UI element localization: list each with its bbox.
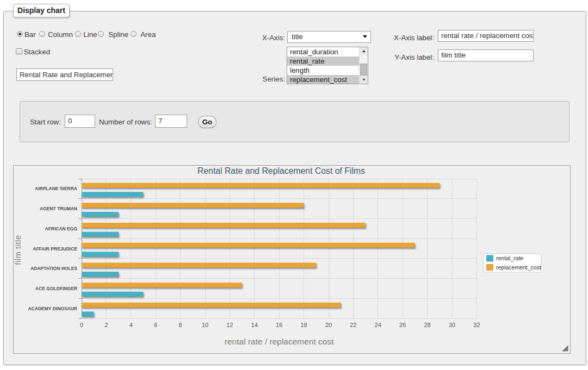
svg-text:26: 26 xyxy=(399,322,406,328)
svg-text:AFFAIR PREJUDICE: AFFAIR PREJUDICE xyxy=(33,246,77,252)
svg-text:30: 30 xyxy=(449,322,455,328)
svg-text:AGENT TRUMAN: AGENT TRUMAN xyxy=(40,206,77,211)
svg-text:AIRPLANE SIERRA: AIRPLANE SIERRA xyxy=(35,186,77,191)
svg-text:rental rate / replacement cost: rental rate / replacement cost xyxy=(225,337,334,346)
svg-text:18: 18 xyxy=(300,322,307,328)
svg-text:2: 2 xyxy=(104,322,108,328)
svg-text:16: 16 xyxy=(276,322,282,328)
svg-text:film title: film title xyxy=(14,235,22,265)
svg-text:ACE GOLDFINGER: ACE GOLDFINGER xyxy=(35,286,77,291)
svg-text:22: 22 xyxy=(350,322,356,328)
svg-text:0: 0 xyxy=(80,322,83,328)
svg-text:28: 28 xyxy=(424,322,430,328)
svg-text:12: 12 xyxy=(226,322,233,328)
svg-text:ADAPTATION HOLES: ADAPTATION HOLES xyxy=(30,266,77,271)
svg-text:24: 24 xyxy=(375,322,381,328)
svg-text:20: 20 xyxy=(325,322,332,328)
svg-text:AFRICAN EGG: AFRICAN EGG xyxy=(45,226,78,231)
svg-text:rental_rate: rental_rate xyxy=(496,255,523,261)
svg-text:4: 4 xyxy=(129,322,133,328)
svg-text:8: 8 xyxy=(179,322,182,328)
svg-text:ACADEMY DINOSAUR: ACADEMY DINOSAUR xyxy=(28,306,77,311)
svg-text:replacement_cost: replacement_cost xyxy=(496,264,541,271)
svg-text:6: 6 xyxy=(154,322,157,328)
svg-text:Rental Rate and Replacement Co: Rental Rate and Replacement Cost of Film… xyxy=(197,166,365,175)
svg-text:10: 10 xyxy=(202,322,208,328)
svg-text:14: 14 xyxy=(251,322,258,328)
svg-text:32: 32 xyxy=(473,322,480,328)
